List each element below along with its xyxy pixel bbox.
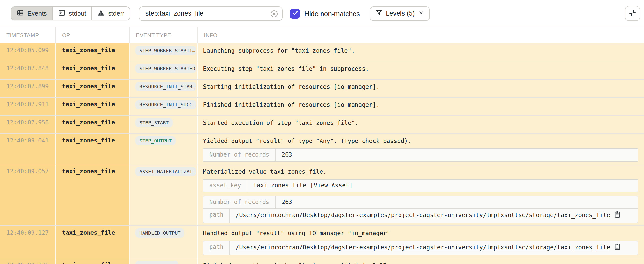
log-timestamp: 12:40:07.848 [0,61,56,79]
event-type-badge: STEP_START [136,118,172,127]
hide-non-matches-control[interactable]: Hide non-matches [290,8,360,18]
metadata-value: taxi_zones_file[View Asset] [248,180,638,192]
log-timestamp: 12:40:09.136 [0,258,56,264]
log-event-type-cell: STEP_OUTPUT [130,134,198,164]
log-op: taxi_zones_file [56,258,130,264]
metadata-row: path/Users/erincochran/Desktop/dagster-e… [204,241,638,255]
log-info-cell: Executing step "taxi_zones_file" in subp… [198,61,644,79]
log-info-cell: Launching subprocess for "taxi_zones_fil… [198,43,644,61]
log-info-cell: Handled output "result" using IO manager… [198,226,644,258]
log-event-type-cell: ASSET_MATERIALIZAT… [130,164,198,226]
event-type-badge: ASSET_MATERIALIZAT… [136,167,196,176]
path-link[interactable]: /Users/erincochran/Desktop/dagster-examp… [236,212,610,219]
log-row[interactable]: 12:40:09.136taxi_zones_fileSTEP_SUCCESSF… [0,258,644,264]
chevron-down-icon [418,10,424,17]
path-link[interactable]: /Users/erincochran/Desktop/dagster-examp… [236,244,610,251]
log-info-cell: Starting initialization of resources [io… [198,80,644,97]
tab-stdout-label: stdout [69,10,86,17]
log-row[interactable]: 12:40:07.899taxi_zones_fileRESOURCE_INIT… [0,80,644,98]
collapse-panel-icon [628,8,637,18]
log-timestamp: 12:40:07.911 [0,98,56,115]
log-row[interactable]: 12:40:05.099taxi_zones_fileSTEP_WORKER_S… [0,43,644,61]
tab-events-label: Events [28,10,47,17]
metadata-table: Number of records263path/Users/erincochr… [203,196,638,223]
log-row[interactable]: 12:40:07.958taxi_zones_fileSTEP_STARTSta… [0,116,644,134]
log-timestamp: 12:40:09.057 [0,164,56,226]
log-event-type-cell: STEP_WORKER_STARTED [130,61,198,79]
metadata-value-text: 263 [282,151,292,158]
metadata-value: /Users/erincochran/Desktop/dagster-examp… [230,209,638,223]
metadata-value: 263 [276,149,638,161]
log-event-type-cell: STEP_START [130,116,198,133]
log-message: Executing step "taxi_zones_file" in subp… [203,61,638,73]
log-row[interactable]: 12:40:09.041taxi_zones_fileSTEP_OUTPUTYi… [0,134,644,164]
log-message: Finished initialization of resources [io… [203,98,638,109]
log-message: Starting initialization of resources [io… [203,80,638,91]
log-info-cell: Yielded output "result" of type "Any". (… [198,134,644,164]
log-info-cell: Finished execution of step "taxi_zones_f… [198,258,644,264]
log-rows-container: 12:40:05.099taxi_zones_fileSTEP_WORKER_S… [0,43,644,264]
metadata-value: 263 [276,196,638,208]
metadata-label: asset_key [204,180,248,192]
event-type-badge: STEP_SUCCESS [136,261,179,264]
column-header-event-type: EVENT TYPE [130,27,198,43]
log-event-type-cell: RESOURCE_INIT_SUCC… [130,98,198,115]
log-message: Handled output "result" using IO manager… [203,226,638,237]
log-op: taxi_zones_file [56,43,130,61]
warning-icon [97,9,105,18]
levels-filter-button[interactable]: Levels (5) [370,6,430,21]
metadata-table: asset_keytaxi_zones_file[View Asset] [203,179,638,192]
column-header-info: INFO [198,27,644,43]
log-event-type-cell: STEP_SUCCESS [130,258,198,264]
log-message: Finished execution of step "taxi_zones_f… [203,258,638,264]
tab-stderr[interactable]: stderr [92,7,130,20]
log-message: Yielded output "result" of type "Any". (… [203,134,638,145]
log-op: taxi_zones_file [56,98,130,115]
log-op: taxi_zones_file [56,164,130,226]
log-filter-input[interactable] [140,10,282,17]
log-filter-box [139,6,283,21]
event-type-badge: STEP_WORKER_STARTED [136,64,196,73]
metadata-table: Number of records263 [203,148,638,161]
clipboard-copy-icon[interactable] [614,243,620,253]
log-op: taxi_zones_file [56,116,130,133]
run-logs-panel: Events stdout stderr Hide non-matches [0,0,644,264]
event-type-badge: RESOURCE_INIT_STAR… [136,82,196,91]
metadata-table: path/Users/erincochran/Desktop/dagster-e… [203,241,638,255]
log-row[interactable]: 12:40:07.911taxi_zones_fileRESOURCE_INIT… [0,98,644,116]
metadata-row: asset_keytaxi_zones_file[View Asset] [204,180,638,192]
view-asset-bracket: [View Asset] [310,182,352,189]
collapse-panel-button[interactable] [625,6,640,21]
column-header-timestamp: TIMESTAMP [0,27,56,43]
event-type-badge: STEP_WORKER_STARTI… [136,46,196,55]
log-row[interactable]: 12:40:09.057taxi_zones_fileASSET_MATERIA… [0,164,644,226]
log-message: Materialized value taxi_zones_file. [203,164,638,176]
log-event-type-cell: RESOURCE_INIT_STAR… [130,80,198,97]
log-op: taxi_zones_file [56,80,130,97]
log-info-cell: Started execution of step "taxi_zones_fi… [198,116,644,133]
tab-stderr-label: stderr [108,10,124,17]
log-op: taxi_zones_file [56,226,130,258]
log-timestamp: 12:40:05.099 [0,43,56,61]
log-row[interactable]: 12:40:09.127taxi_zones_fileHANDLED_OUTPU… [0,226,644,258]
tab-events[interactable]: Events [11,7,52,20]
tab-stdout[interactable]: stdout [52,7,92,20]
clipboard-copy-icon[interactable] [614,211,620,221]
view-asset-link[interactable]: View Asset [314,182,349,189]
log-event-type-cell: STEP_WORKER_STARTI… [130,43,198,61]
log-info-cell: Finished initialization of resources [io… [198,98,644,115]
levels-button-label: Levels (5) [386,10,415,17]
log-row[interactable]: 12:40:07.848taxi_zones_fileSTEP_WORKER_S… [0,61,644,80]
event-type-badge: HANDLED_OUTPUT [136,228,184,238]
log-timestamp: 12:40:09.127 [0,226,56,258]
clear-circle-icon[interactable] [270,9,278,18]
metadata-label: Number of records [204,196,276,208]
metadata-row: Number of records263 [204,196,638,208]
metadata-value: /Users/erincochran/Desktop/dagster-examp… [230,241,638,255]
hide-non-matches-checkbox[interactable] [290,8,300,18]
log-info-cell: Materialized value taxi_zones_file.asset… [198,164,644,226]
log-timestamp: 12:40:07.958 [0,116,56,133]
checkmark-icon [292,9,298,18]
table-icon [17,9,24,18]
event-type-badge: STEP_OUTPUT [136,136,176,145]
